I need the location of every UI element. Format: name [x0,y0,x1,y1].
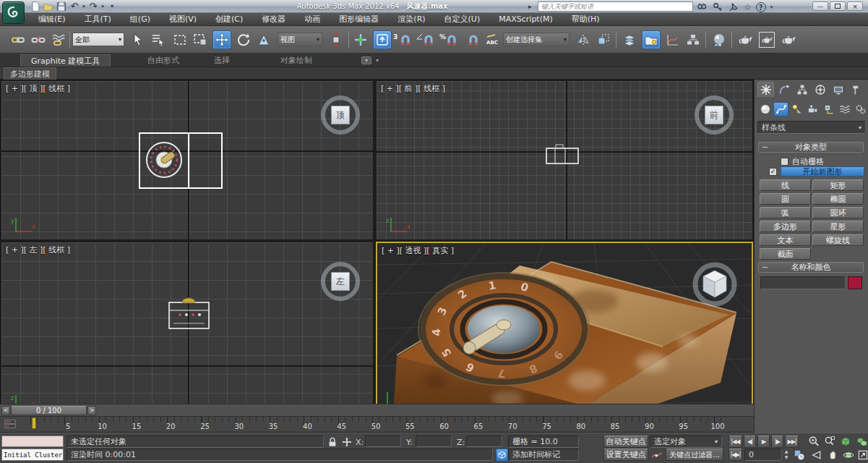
viewport-left-label[interactable]: [ + ][ 左 ][ 线框 ] [6,245,70,255]
ribbon-panel-polygon-modeling[interactable]: 多边形建模 [4,67,56,80]
menu-item-0[interactable]: 编辑(E) [29,13,75,25]
help-dropdown-arrow[interactable]: ▾ [770,4,773,10]
next-frame-button[interactable]: |▶ [771,436,783,448]
shape-button-圆[interactable]: 圆 [760,193,811,205]
select-and-scale-button[interactable] [254,30,273,49]
select-by-name-button[interactable] [149,30,168,49]
rollout-name-color[interactable]: − 名称和颜色 [758,262,864,273]
help-icon[interactable]: ? [756,2,766,12]
viewcube-face-label[interactable]: 顶 [331,106,350,124]
render-production-button[interactable] [779,30,798,49]
viewcube-perspective[interactable] [695,265,734,304]
add-time-tag[interactable]: 添加时间标记 [508,449,579,461]
shape-button-圆环[interactable]: 圆环 [812,207,864,218]
ribbon-tab-0[interactable]: Graphite 建模工具 [20,54,111,67]
infocenter-search-input[interactable]: 键入关键字或短语 [538,1,693,12]
maxscript-mini-recorder[interactable] [1,436,64,447]
menu-item-3[interactable]: 视图(V) [160,13,206,25]
material-editor-button[interactable] [710,30,729,49]
select-object-button[interactable] [129,30,147,49]
shape-button-文本[interactable]: 文本 [760,234,811,246]
current-frame-marker[interactable] [32,417,36,429]
tab-create[interactable] [757,82,774,97]
shape-category-dropdown[interactable]: 样条线▾ [757,121,866,134]
start-new-shape-button[interactable]: 开始新图形 [781,166,864,177]
x-coordinate-input[interactable] [365,436,401,447]
track-bar[interactable]: 0510152025303540455055606570758085909510… [0,417,754,433]
shape-button-椭圆[interactable]: 椭圆 [812,193,864,205]
keyboard-shortcut-override-button[interactable] [373,30,392,49]
tab-modify[interactable] [775,82,792,97]
category-systems[interactable] [853,102,868,116]
zoom-all-button[interactable] [822,435,837,448]
schematic-view-button[interactable] [684,30,702,49]
previous-frame-arrow[interactable]: < [1,406,10,415]
time-slider[interactable]: < 0 / 100 > [0,404,754,417]
absolute-offset-mode-toggle[interactable] [340,436,354,449]
start-new-shape-checkbox[interactable]: ✓ [769,168,777,176]
set-key-button[interactable]: 设置关键点 [603,449,648,461]
viewport-front-label[interactable]: [ + ][ 前 ][ 线框 ] [381,83,445,94]
go-to-start-button[interactable]: |◀◀ [729,436,742,448]
open-mini-curve-editor-button[interactable] [4,418,16,430]
time-slider-handle[interactable]: 0 / 100 [11,406,87,415]
category-space-warps[interactable] [837,102,852,116]
rectangular-selection-region-button[interactable] [171,30,189,49]
y-coordinate-input[interactable] [416,436,452,447]
key-filters-button[interactable]: 关键点过滤器... [666,449,723,461]
category-geometry[interactable] [757,102,773,116]
viewport-front[interactable]: [ + ][ 前 ][ 线框 ] 前 x z [376,80,753,240]
shape-button-截面[interactable]: 截面 [760,248,811,260]
orbit-button[interactable] [841,449,856,462]
communication-center-icon[interactable] [728,1,739,13]
menu-item-10[interactable]: MAXScript(M) [489,13,562,25]
close-button[interactable]: × [847,1,863,11]
go-to-end-button[interactable]: ▶▶| [785,436,799,448]
unlink-selection-button[interactable] [29,30,48,49]
percent-snap-toggle-button[interactable]: % [442,30,461,49]
menu-item-8[interactable]: 渲染(R) [388,13,434,25]
autogrid-checkbox[interactable] [781,158,788,166]
zoom-extents-button[interactable] [838,435,853,448]
favorites-star-icon[interactable]: ☆ [744,2,752,12]
maximize-button[interactable] [830,1,846,11]
named-selection-sets-dropdown[interactable]: 创建选择集▾ [503,33,570,46]
maxscript-mini-listener[interactable]: Initial Cluster [1,449,64,461]
window-crossing-toggle-button[interactable] [191,30,210,49]
tab-motion[interactable] [812,82,828,97]
application-menu-button[interactable] [2,1,25,24]
viewcube-left[interactable]: 左 [321,262,360,301]
shape-button-螺旋线[interactable]: 螺旋线 [812,234,864,246]
minimize-button[interactable]: — [812,1,828,11]
ribbon-tab-3[interactable]: 对象绘制 [270,54,322,67]
pan-view-button[interactable] [825,449,840,462]
selection-filter-dropdown[interactable]: 全部▾ [72,33,124,46]
select-and-rotate-button[interactable] [234,30,253,49]
time-tag-icon-button[interactable] [496,449,508,462]
infocenter-expand-icon[interactable]: ▸ [528,3,532,10]
tab-utilities[interactable] [848,82,864,97]
selection-lock-toggle[interactable] [325,436,340,449]
graphite-modeling-tools-toggle-button[interactable] [642,30,661,49]
category-shapes[interactable] [773,102,788,116]
shape-button-线[interactable]: 线 [760,179,811,191]
ribbon-options-dropdown[interactable]: ▾ [361,56,371,64]
menu-item-9[interactable]: 自定义(U) [435,13,490,25]
render-setup-button[interactable] [736,30,755,49]
viewport-left[interactable]: [ + ][ 左 ][ 线框 ] 左 y z [1,242,374,419]
previous-frame-button[interactable]: ◀| [744,436,756,448]
angle-snap-toggle-button[interactable] [419,30,438,49]
menu-item-5[interactable]: 修改器 [252,13,295,25]
shape-button-矩形[interactable]: 矩形 [812,179,864,191]
bind-to-space-warp-button[interactable] [49,30,68,49]
category-cameras[interactable] [805,102,820,116]
menu-item-1[interactable]: 工具(T) [75,13,121,25]
mirror-button[interactable] [574,30,593,49]
auto-key-button[interactable]: 自动关键点 [603,436,648,448]
zoom-region-fov-button[interactable] [809,449,824,462]
curve-editor-button[interactable] [663,30,682,49]
align-button[interactable] [594,30,613,49]
viewcube-face-label[interactable]: 前 [705,106,723,124]
spinner-snap-toggle-button[interactable] [464,30,483,49]
key-mode-toggle-button[interactable]: |◀▶| [729,449,742,461]
